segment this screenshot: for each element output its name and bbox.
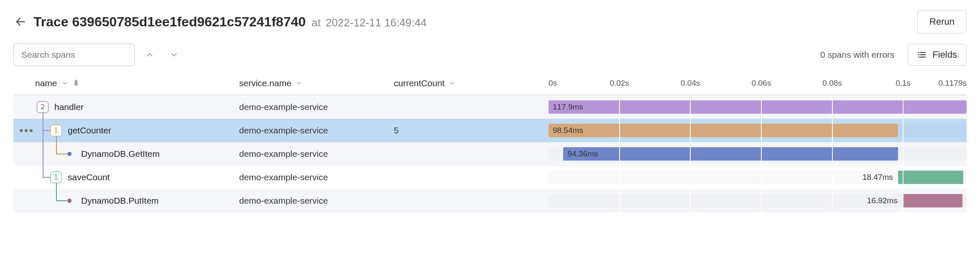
page-title: Trace 639650785d1ee1fed9621c57241f8740 a…: [33, 14, 917, 30]
children-count-badge[interactable]: 1: [50, 125, 62, 136]
span-service: demo-example-service: [239, 119, 394, 142]
span-row[interactable]: 1saveCountdemo-example-service18.47ms: [13, 166, 967, 189]
duration-bar[interactable]: [903, 194, 963, 207]
fields-button[interactable]: Fields: [908, 44, 967, 66]
toolbar: 0 spans with errors Fields: [0, 43, 980, 72]
trace-table: name service.name currentCount 0s0.02s0.…: [0, 72, 980, 212]
span-extra-value: [394, 189, 549, 212]
fields-label: Fields: [932, 49, 957, 60]
trace-id: 639650785d1ee1fed9621c57241f8740: [72, 14, 306, 29]
chevron-down-icon: [449, 80, 455, 87]
span-timeline: 18.47ms: [549, 166, 967, 189]
at-label: at: [311, 16, 321, 29]
duration-label: 117.9ms: [553, 102, 583, 112]
children-count-badge[interactable]: 1: [50, 171, 62, 183]
fields-icon: [917, 50, 926, 59]
span-leaf-dot: [67, 152, 71, 156]
span-timeline: 16.92ms: [549, 189, 967, 212]
span-row[interactable]: DynamoDB.GetItemdemo-example-service94.3…: [13, 142, 967, 166]
tick-label: 0.1s: [896, 79, 911, 88]
span-row-left: 1saveCount: [13, 166, 239, 189]
span-row[interactable]: DynamoDB.PutItemdemo-example-service16.9…: [13, 189, 967, 212]
duration-bar[interactable]: [898, 171, 964, 184]
span-row-left: 2handler: [13, 95, 239, 119]
column-header-service[interactable]: service.name: [239, 78, 394, 88]
search-input[interactable]: [13, 43, 135, 66]
prev-match-button[interactable]: [140, 46, 159, 64]
column-service-label: service.name: [239, 78, 291, 88]
span-name: DynamoDB.GetItem: [81, 149, 160, 159]
tick-label: 0.1179s: [938, 79, 967, 88]
span-row[interactable]: •••1getCounterdemo-example-service598.54…: [13, 119, 967, 142]
span-row-left: •••1getCounter: [13, 119, 239, 142]
span-service: demo-example-service: [239, 142, 394, 166]
tick-label: 0.08s: [822, 79, 842, 88]
span-row-left: DynamoDB.GetItem: [13, 142, 239, 166]
duration-label: 16.92ms: [867, 196, 898, 205]
next-match-button[interactable]: [165, 46, 183, 64]
waterfall-icon: [72, 79, 80, 87]
span-extra-value: [394, 95, 549, 119]
column-header-name[interactable]: name: [13, 78, 239, 88]
tick-label: 0.06s: [752, 79, 771, 88]
span-row[interactable]: 2handlerdemo-example-service117.9ms: [13, 95, 967, 119]
tick-label: 0s: [549, 79, 557, 88]
span-leaf-dot: [67, 199, 71, 203]
span-extra-value: 5: [394, 119, 549, 142]
span-service: demo-example-service: [239, 166, 394, 189]
span-row-left: DynamoDB.PutItem: [13, 189, 239, 212]
span-timeline: 117.9ms: [549, 95, 967, 119]
duration-label: 18.47ms: [863, 173, 893, 182]
timestamp: 2022-12-11 16:49:44: [326, 16, 426, 29]
timeline-header: 0s0.02s0.04s0.06s0.08s0.1s0.1179s: [549, 72, 967, 95]
span-name: DynamoDB.PutItem: [81, 196, 159, 206]
column-header-row: name service.name currentCount 0s0.02s0.…: [13, 72, 967, 95]
duration-bar[interactable]: [549, 124, 898, 137]
span-name: handler: [54, 102, 84, 112]
trace-header: Trace 639650785d1ee1fed9621c57241f8740 a…: [0, 0, 980, 43]
duration-bar[interactable]: [549, 100, 967, 114]
span-name: saveCount: [68, 172, 110, 182]
tick-label: 0.02s: [610, 79, 629, 88]
span-extra-value: [394, 166, 549, 189]
span-service: demo-example-service: [239, 95, 394, 119]
back-arrow-icon[interactable]: [13, 15, 28, 29]
column-header-extra[interactable]: currentCount: [394, 78, 549, 88]
duration-bar[interactable]: [563, 147, 898, 161]
errors-count: 0 spans with errors: [820, 50, 894, 60]
duration-label: 98.54ms: [553, 126, 583, 135]
span-service: demo-example-service: [239, 189, 394, 212]
rerun-button[interactable]: Rerun: [917, 10, 967, 33]
children-count-badge[interactable]: 2: [37, 101, 48, 113]
column-name-label: name: [35, 78, 57, 88]
title-prefix: Trace: [33, 14, 69, 29]
chevron-down-icon: [296, 80, 302, 87]
span-extra-value: [394, 142, 549, 166]
span-timeline: 98.54ms: [549, 119, 967, 142]
chevron-down-icon: [61, 80, 68, 87]
duration-label: 94.36ms: [567, 149, 598, 158]
row-actions-icon[interactable]: •••: [19, 125, 34, 136]
span-name: getCounter: [68, 125, 111, 135]
span-timeline: 94.36ms: [549, 142, 967, 166]
column-extra-label: currentCount: [394, 78, 444, 88]
tick-label: 0.04s: [681, 79, 700, 88]
